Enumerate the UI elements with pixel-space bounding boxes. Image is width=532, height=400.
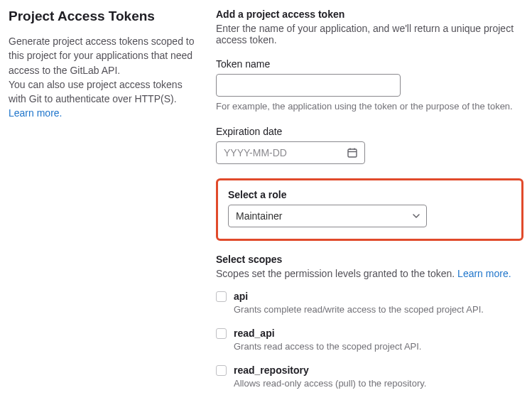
scope-desc: Allows read-only access (pull) to the re… xyxy=(234,378,426,389)
scopes-label: Select scopes xyxy=(216,254,523,265)
form-heading: Add a project access token xyxy=(216,9,523,20)
token-name-input[interactable] xyxy=(216,74,401,97)
scope-desc: Grants complete read/write access to the… xyxy=(234,304,484,315)
desc-line-2: You can also use project access tokens w… xyxy=(9,79,183,104)
page-title: Project Access Tokens xyxy=(9,9,199,24)
scope-name: read_api xyxy=(234,328,421,339)
expiration-date-input[interactable] xyxy=(216,141,365,164)
token-name-help: For example, the application using the t… xyxy=(216,101,523,112)
role-select[interactable]: Maintainer xyxy=(228,205,427,227)
scope-checkbox-read-api[interactable] xyxy=(216,328,227,339)
scope-name: api xyxy=(234,291,484,302)
expiration-date-label: Expiration date xyxy=(216,126,523,137)
form-subheading: Enter the name of your application, and … xyxy=(216,23,523,45)
scopes-learn-more-link[interactable]: Learn more. xyxy=(457,268,511,279)
scope-desc: Grants read access to the scoped project… xyxy=(234,341,421,352)
token-name-label: Token name xyxy=(216,58,523,70)
role-selected-value: Maintainer xyxy=(236,210,282,222)
learn-more-link[interactable]: Learn more. xyxy=(9,107,62,119)
scopes-sub-text: Scopes set the permission levels granted… xyxy=(216,268,457,279)
role-highlight-box: Select a role Maintainer xyxy=(216,178,523,241)
scope-checkbox-read-repository[interactable] xyxy=(216,365,227,376)
scope-name: read_repository xyxy=(234,364,426,376)
role-label: Select a role xyxy=(228,189,511,200)
page-description: Generate project access tokens scoped to… xyxy=(9,34,199,121)
scope-checkbox-api[interactable] xyxy=(216,291,227,302)
desc-line-1: Generate project access tokens scoped to… xyxy=(9,36,194,76)
scopes-sub: Scopes set the permission levels granted… xyxy=(216,268,523,279)
